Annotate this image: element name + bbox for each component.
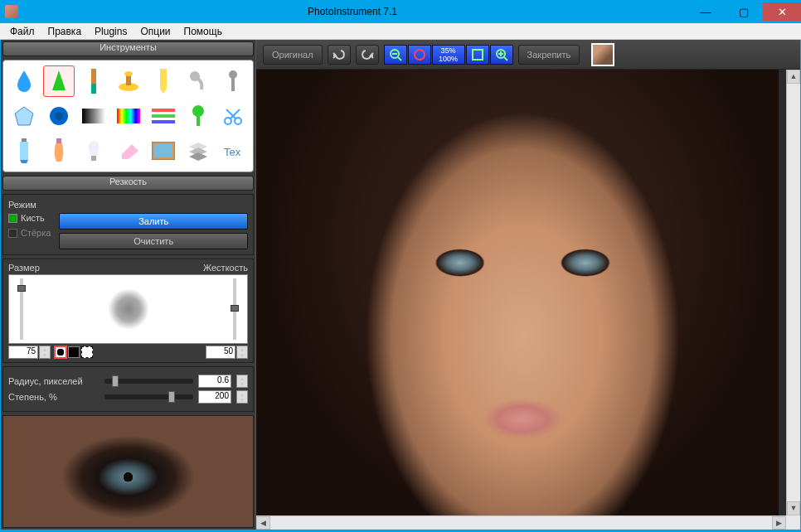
swatch-dotted[interactable]: [81, 346, 93, 358]
zoom-display[interactable]: 35% 100%: [432, 45, 465, 65]
sharpness-header: Резкость: [2, 176, 254, 191]
zoom-controls: 35% 100%: [384, 45, 513, 65]
tool-dodge-burn[interactable]: [217, 65, 249, 97]
svg-marker-5: [160, 69, 167, 94]
svg-marker-31: [189, 152, 207, 161]
checkbox-on-icon: [8, 214, 17, 223]
svg-rect-8: [231, 78, 235, 91]
params-panel: Радиус, пикселей 0.6 ▲▼ Степень, % 200 ▲…: [2, 366, 254, 412]
menu-help[interactable]: Помощь: [177, 24, 229, 39]
top-toolbar: Оригинал 35% 100% Закрепить: [256, 40, 800, 70]
tool-bulb[interactable]: [78, 135, 109, 167]
tool-smudge[interactable]: [182, 65, 214, 97]
menubar: Файл Правка Plugins Опции Помощь: [0, 23, 801, 40]
tool-red-eye[interactable]: [43, 100, 75, 132]
tool-clone-stamp[interactable]: [113, 65, 144, 97]
tool-brush[interactable]: [78, 65, 109, 97]
canvas[interactable]: [256, 70, 786, 515]
size-input[interactable]: 75: [8, 346, 38, 359]
tool-blur[interactable]: [8, 65, 40, 97]
svg-rect-14: [152, 109, 175, 112]
size-slider[interactable]: [16, 278, 27, 340]
degree-slider[interactable]: [104, 394, 193, 399]
svg-rect-28: [154, 144, 172, 157]
zoom-in-button[interactable]: [490, 45, 513, 65]
radius-input[interactable]: 0.6: [198, 375, 231, 388]
svg-rect-13: [117, 109, 140, 123]
svg-marker-9: [15, 107, 33, 125]
svg-point-17: [192, 105, 204, 117]
redo-button[interactable]: [356, 45, 379, 65]
original-button[interactable]: Оригинал: [263, 45, 323, 65]
zoom-reset-button[interactable]: [408, 45, 431, 65]
undo-button[interactable]: [328, 45, 351, 65]
zoom-out-button[interactable]: [384, 45, 407, 65]
scroll-right-icon[interactable]: ▶: [772, 516, 786, 530]
tool-picture[interactable]: [148, 135, 179, 167]
fill-button[interactable]: Залить: [59, 213, 248, 230]
tool-text[interactable]: Tex: [217, 135, 249, 167]
degree-label: Степень, %: [8, 392, 100, 402]
zoom-fit-button[interactable]: [466, 45, 489, 65]
menu-plugins[interactable]: Plugins: [88, 24, 134, 39]
image-thumbnail[interactable]: [591, 43, 614, 66]
pin-button[interactable]: Закрепить: [518, 45, 580, 65]
menu-file[interactable]: Файл: [3, 24, 41, 39]
clear-button[interactable]: Очистить: [59, 233, 248, 249]
scroll-up-icon[interactable]: ▲: [787, 70, 800, 84]
tools-header: Инструменты: [2, 41, 254, 56]
minimize-button[interactable]: —: [687, 2, 725, 21]
hardness-spinner[interactable]: ▲▼: [236, 346, 248, 359]
mode-label: Режим: [8, 200, 248, 210]
svg-marker-23: [20, 160, 28, 163]
tool-pencil[interactable]: [148, 65, 179, 97]
swatch-square-black[interactable]: [68, 346, 80, 358]
app-icon: [5, 5, 18, 18]
radius-slider[interactable]: [104, 379, 193, 384]
left-panel: Инструменты Tex Ре: [1, 40, 256, 530]
svg-rect-15: [152, 114, 175, 118]
hardness-slider[interactable]: [229, 278, 240, 340]
menu-edit[interactable]: Правка: [41, 24, 89, 39]
tool-gradient[interactable]: [78, 100, 109, 132]
degree-input[interactable]: 200: [198, 390, 231, 404]
horizontal-scrollbar[interactable]: ◀ ▶: [256, 515, 786, 530]
svg-rect-18: [197, 116, 200, 126]
svg-text:Tex: Tex: [224, 146, 241, 158]
titlebar: PhotoInstrument 7.1 — ▢ ✕: [0, 0, 801, 23]
tool-levels[interactable]: [148, 100, 179, 132]
tool-tube[interactable]: [8, 135, 40, 167]
window-controls: — ▢ ✕: [687, 2, 801, 21]
tool-eraser[interactable]: [113, 135, 144, 167]
size-spinner[interactable]: ▲▼: [39, 346, 51, 359]
mode-eraser-label: Стёрка: [21, 228, 51, 238]
tool-color-spectrum[interactable]: [113, 100, 144, 132]
tool-pushpin[interactable]: [182, 100, 214, 132]
svg-rect-0: [91, 69, 96, 84]
window-title: PhotoInstrument 7.1: [18, 6, 687, 17]
tool-layers[interactable]: [182, 135, 214, 167]
close-button[interactable]: ✕: [763, 2, 801, 21]
menu-options[interactable]: Опции: [134, 24, 177, 39]
scroll-left-icon[interactable]: ◀: [256, 516, 270, 530]
tool-scissors[interactable]: [217, 100, 249, 132]
mode-brush-check[interactable]: Кисть: [8, 213, 51, 223]
brush-preview-icon: [108, 288, 149, 330]
brush-size-label: Размер: [8, 263, 40, 273]
zoom-bottom-value: 100%: [439, 55, 458, 63]
hardness-input[interactable]: 50: [206, 346, 235, 359]
tool-bottle[interactable]: [43, 135, 75, 167]
maximize-button[interactable]: ▢: [725, 2, 763, 21]
brush-preview-area: [8, 274, 248, 344]
brush-hardness-label: Жесткость: [203, 263, 248, 273]
tool-gem[interactable]: [8, 100, 40, 132]
scroll-down-icon[interactable]: ▼: [787, 501, 800, 515]
radius-spinner[interactable]: ▲▼: [236, 375, 248, 388]
swatch-circle-black[interactable]: [55, 346, 66, 358]
vertical-scrollbar[interactable]: ▲ ▼: [786, 70, 800, 515]
svg-point-7: [229, 70, 237, 79]
degree-spinner[interactable]: ▲▼: [236, 390, 248, 404]
mode-eraser-check[interactable]: Стёрка: [8, 228, 51, 238]
tool-sharpen[interactable]: [43, 65, 75, 97]
svg-point-11: [55, 112, 63, 120]
